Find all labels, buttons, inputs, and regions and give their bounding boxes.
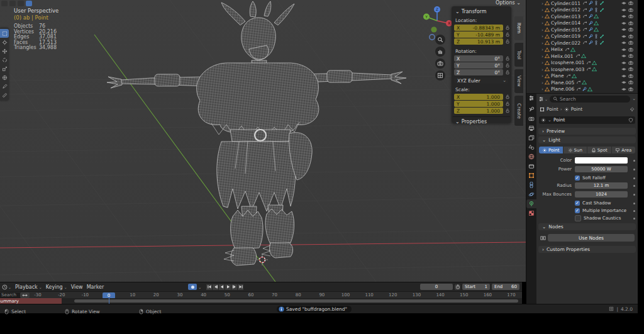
properties-search-input[interactable]: Search [550, 96, 630, 103]
bone-icon[interactable] [599, 1, 604, 6]
sidebar-tab-item[interactable]: Item [514, 16, 523, 40]
properties-tab-view-layer[interactable] [526, 133, 536, 142]
object-name[interactable]: Cylinder.015 [551, 27, 580, 33]
outliner-item[interactable]: › Plane [526, 73, 638, 80]
channel-filter-button[interactable] [20, 292, 30, 298]
outliner-item[interactable]: › Cylinder.022 [526, 40, 638, 47]
tool-cursor-button[interactable] [0, 38, 9, 47]
object-name[interactable]: Helix [551, 47, 563, 52]
sidebar-tab-tool[interactable]: Tool [514, 43, 523, 67]
checkbox[interactable] [575, 215, 581, 221]
render-visibility-camera-icon[interactable] [628, 60, 633, 65]
animate-decorator-icon[interactable] [633, 169, 635, 170]
timeline-menu-playback[interactable]: Playback⌄ [15, 284, 42, 290]
value-field[interactable]: 1024 [575, 191, 628, 198]
tool-transform-button[interactable] [0, 73, 9, 82]
expand-chevron-icon[interactable]: › [541, 53, 543, 59]
expand-chevron-icon[interactable]: › [541, 27, 543, 33]
object-name[interactable]: Plane.006 [551, 86, 574, 92]
transform-field[interactable]: X 1.000 [454, 94, 503, 100]
tool-measure-button[interactable] [0, 91, 9, 99]
anim-icon[interactable] [582, 21, 587, 26]
object-name[interactable]: Cylinder.012 [551, 7, 580, 13]
hide-eye-icon[interactable] [621, 14, 626, 19]
render-visibility-camera-icon[interactable] [628, 74, 633, 79]
render-visibility-camera-icon[interactable] [628, 8, 633, 13]
transform-field[interactable]: Y 1.000 [454, 101, 503, 107]
transform-field[interactable]: X 0° [454, 55, 503, 62]
timeline-menu-keying[interactable]: Keying⌄ [46, 284, 67, 290]
mesh-data-icon[interactable] [587, 87, 592, 92]
animate-decorator-icon[interactable] [633, 203, 635, 204]
modifier-icon[interactable] [588, 14, 593, 19]
hide-eye-icon[interactable] [621, 27, 626, 32]
outliner-item[interactable]: › Plane.005 [526, 79, 638, 86]
prev-key-button[interactable] [213, 284, 218, 290]
expand-chevron-icon[interactable]: › [541, 80, 543, 86]
expand-chevron-icon[interactable]: › [541, 33, 543, 39]
jump-first-button[interactable] [206, 284, 212, 290]
transform-field[interactable]: Z 10.913 m [454, 38, 503, 45]
armature-icon[interactable] [594, 34, 599, 39]
object-name[interactable]: Cylinder.022 [551, 40, 580, 46]
object-name[interactable]: Cylinder.011 [551, 1, 580, 6]
value-field[interactable]: 50000 W [575, 166, 628, 172]
expand-chevron-icon[interactable]: › [541, 1, 543, 6]
breadcrumb-object[interactable]: Point [547, 106, 558, 112]
light-type-sun[interactable]: Sun [564, 147, 587, 153]
transform-panel-header[interactable]: ⌄Transform [452, 6, 511, 14]
object-name[interactable]: Helix.001 [551, 53, 574, 59]
outliner-item[interactable]: › Helix [526, 47, 638, 53]
hide-eye-icon[interactable] [621, 8, 626, 13]
hide-eye-icon[interactable] [621, 40, 626, 45]
tool-annotate-button[interactable] [0, 82, 9, 91]
mesh-data-icon[interactable] [570, 47, 575, 52]
render-visibility-camera-icon[interactable] [628, 1, 633, 6]
anim-icon[interactable] [575, 53, 580, 58]
armature-icon[interactable] [594, 40, 599, 45]
transform-field[interactable]: Y -10.489 m [454, 31, 503, 38]
properties-tab-collection[interactable] [526, 162, 536, 170]
editor-type-icon[interactable]: ⌄ [538, 96, 548, 102]
animate-decorator-icon[interactable] [633, 185, 635, 187]
hide-eye-icon[interactable] [621, 80, 626, 85]
expand-chevron-icon[interactable]: › [541, 86, 543, 92]
render-visibility-camera-icon[interactable] [628, 40, 633, 45]
hide-eye-icon[interactable] [621, 87, 626, 92]
lock-open-icon[interactable] [505, 108, 510, 113]
viewport-options-menu[interactable]: Options ⌄ [496, 0, 521, 6]
anim-icon[interactable] [582, 8, 587, 13]
properties-tab-output[interactable] [526, 124, 536, 133]
bone-icon[interactable] [599, 34, 604, 39]
filter-dropdown-icon[interactable]: ⌄ [632, 96, 636, 101]
magnifier-icon[interactable] [435, 35, 445, 45]
light-name-field[interactable]: ⌄ Point [539, 116, 635, 124]
header-icon[interactable] [9, 1, 16, 6]
checkbox[interactable]: ✓ [575, 201, 580, 206]
outliner-item[interactable]: › Helix.001 [526, 53, 638, 60]
lock-open-icon[interactable] [505, 56, 510, 61]
custom-properties-header[interactable]: ›Custom Properties [538, 246, 636, 253]
tool-select-box-button[interactable] [0, 29, 9, 38]
outliner-item[interactable]: › Cylinder.015 [526, 26, 638, 33]
anim-icon[interactable] [586, 60, 591, 65]
preview-range-stopwatch-icon[interactable] [455, 284, 460, 290]
grid-icon[interactable] [435, 70, 445, 81]
breadcrumb-data[interactable]: Point [571, 106, 583, 112]
next-key-button[interactable] [231, 284, 237, 290]
object-name[interactable]: Plane [551, 73, 564, 79]
animate-decorator-icon[interactable] [633, 218, 635, 220]
armature-icon[interactable] [594, 1, 599, 6]
anim-icon[interactable] [565, 47, 570, 52]
editor-type-icon[interactable]: ⌄ [2, 284, 11, 290]
render-visibility-camera-icon[interactable] [628, 87, 633, 92]
render-visibility-camera-icon[interactable] [628, 21, 633, 26]
timeline-menu-marker[interactable]: Marker [87, 284, 104, 290]
anim-icon[interactable] [576, 80, 581, 85]
object-name[interactable]: Plane.005 [551, 80, 574, 86]
outliner-item[interactable]: › Icosphere.003 [526, 66, 638, 73]
anim-icon[interactable] [582, 27, 587, 32]
hide-eye-icon[interactable] [621, 47, 626, 52]
lock-open-icon[interactable] [505, 32, 510, 37]
outliner-item[interactable]: › Cylinder.012 [526, 7, 638, 14]
